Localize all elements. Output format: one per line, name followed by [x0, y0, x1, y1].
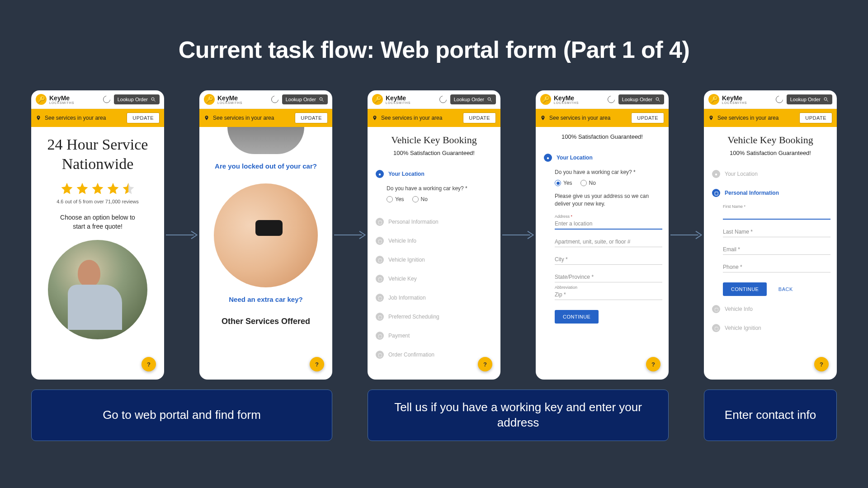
logo-sub: LOCKSMITHS — [386, 101, 411, 104]
dark-mode-icon[interactable] — [776, 96, 783, 103]
lookup-order-button[interactable]: Lookup Order — [282, 94, 328, 104]
lookup-label: Lookup Order — [118, 97, 148, 102]
field-placeholder: Enter a location — [555, 221, 592, 227]
radio-no[interactable]: No — [580, 180, 596, 186]
update-button[interactable]: UPDATE — [463, 113, 496, 123]
dark-mode-icon[interactable] — [608, 96, 615, 103]
search-icon — [655, 97, 660, 102]
step-vehicle-info[interactable]: ▢Vehicle Info — [374, 231, 494, 250]
dark-mode-icon[interactable] — [271, 96, 278, 103]
continue-button[interactable]: CONTINUE — [555, 310, 599, 324]
logo-sub: LOCKSMITHS — [554, 101, 579, 104]
app-header: 🔑KeyMeLOCKSMITHS Lookup Order — [368, 90, 500, 109]
logo: 🔑KeyMeLOCKSMITHS — [372, 94, 411, 105]
step-vehicle-info[interactable]: ▢Vehicle Info — [710, 300, 830, 319]
field-label-inline: City * — [555, 256, 568, 263]
banner-text: See services in your area — [213, 115, 274, 121]
step-label: Order Confirmation — [388, 352, 434, 358]
update-button[interactable]: UPDATE — [127, 113, 160, 123]
update-button[interactable]: UPDATE — [295, 113, 328, 123]
first-name-field[interactable]: First Name * — [723, 204, 830, 220]
banner-text: See services in your area — [45, 115, 106, 121]
update-button[interactable]: UPDATE — [631, 113, 664, 123]
lookup-order-button[interactable]: Lookup Order — [618, 94, 664, 104]
step-vehicle-ignition[interactable]: ▢Vehicle Ignition — [374, 250, 494, 269]
logo: 🔑 KeyMe LOCKSMITHS — [36, 94, 75, 105]
help-fab[interactable]: ? — [310, 357, 324, 371]
field-label-inline: State/Province * — [555, 274, 594, 280]
lookup-label: Lookup Order — [454, 97, 484, 102]
address-field[interactable]: Address Enter a location — [555, 214, 662, 230]
step-your-location[interactable]: ●Your Location — [374, 164, 494, 183]
apt-field[interactable]: Apartment, unit, suite, or floor # — [555, 232, 662, 247]
step-personal-info[interactable]: ▢Personal Information — [374, 212, 494, 231]
step-payment[interactable]: ▢Payment — [374, 326, 494, 345]
banner-text: See services in your area — [717, 115, 778, 121]
car-key-image[interactable] — [214, 183, 318, 287]
state-field[interactable]: State/Province * — [555, 267, 662, 282]
step-confirmation[interactable]: ▢Order Confirmation — [374, 345, 494, 364]
form-subtitle: 100% Satisfaction Guaranteed! — [536, 133, 669, 140]
field-label-inline: Zip * — [555, 291, 566, 298]
step-your-location[interactable]: ●Your Location — [710, 164, 830, 183]
last-name-field[interactable]: Last Name * — [723, 222, 830, 237]
star-icon — [60, 182, 74, 195]
slide-title: Current task flow: Web portal form (Part… — [0, 0, 868, 90]
radio-yes[interactable]: Yes — [387, 196, 404, 202]
logo-icon: 🔑 — [540, 94, 551, 105]
email-field[interactable]: Email * — [723, 240, 830, 255]
step-label: Payment — [388, 333, 410, 339]
help-fab[interactable]: ? — [646, 357, 660, 371]
dark-mode-icon[interactable] — [103, 96, 110, 103]
form-subtitle: 100% Satisfaction Guaranteed! — [368, 150, 500, 156]
help-fab[interactable]: ? — [478, 357, 492, 371]
prompt-extra-key[interactable]: Need an extra car key? — [204, 296, 328, 303]
zip-field[interactable]: Abbreviation Zip * — [555, 285, 662, 300]
form-title: Vehicle Key Booking — [368, 134, 500, 146]
step-vehicle-key[interactable]: ▢Vehicle Key — [374, 269, 494, 288]
phone-field[interactable]: Phone * — [723, 258, 830, 272]
help-fab[interactable]: ? — [814, 357, 829, 371]
step-icon: ● — [712, 170, 720, 178]
rating-text: 4.6 out of 5 from over 71,000 reviews — [40, 199, 155, 204]
location-pin-icon — [372, 114, 377, 122]
logo: 🔑KeyMeLOCKSMITHS — [708, 94, 747, 105]
caption-2: Tell us if you have a working key and en… — [368, 389, 669, 441]
question-working-key: Do you have a working car key? * — [555, 169, 662, 175]
city-field[interactable]: City * — [555, 250, 662, 265]
logo-text: KeyMe — [386, 95, 411, 101]
step-personal-info[interactable]: ▢Personal Information — [710, 183, 830, 202]
lookup-order-button[interactable]: Lookup Order — [114, 94, 160, 104]
help-fab[interactable]: ? — [142, 357, 156, 371]
continue-button[interactable]: CONTINUE — [723, 282, 767, 296]
step-icon: ▢ — [376, 294, 384, 302]
lookup-order-button[interactable]: Lookup Order — [450, 94, 496, 104]
banner-text: See services in your area — [549, 115, 610, 121]
field-label: Address — [555, 214, 572, 219]
radio-yes[interactable]: Yes — [555, 180, 572, 186]
area-banner: See services in your area UPDATE — [31, 109, 164, 127]
search-icon — [151, 97, 156, 102]
phone-screen-5: 🔑KeyMeLOCKSMITHSLookup Order See service… — [704, 90, 837, 380]
radio-icon — [387, 196, 393, 202]
step-icon: ▢ — [376, 351, 384, 359]
radio-label: Yes — [563, 180, 572, 186]
step-icon: ▢ — [376, 313, 384, 321]
logo-icon: 🔑 — [36, 94, 47, 105]
dark-mode-icon[interactable] — [439, 96, 447, 103]
step-job-info[interactable]: ▢Job Information — [374, 288, 494, 307]
form-subtitle: 100% Satisfaction Guaranteed! — [704, 150, 837, 156]
prompt-locked-out[interactable]: Are you locked out of your car? — [204, 162, 328, 170]
app-header: 🔑KeyMeLOCKSMITHSLookup Order — [704, 90, 837, 109]
lookup-order-button[interactable]: Lookup Order — [787, 94, 832, 104]
back-button[interactable]: BACK — [772, 282, 799, 296]
update-button[interactable]: UPDATE — [799, 113, 832, 123]
step-label: Personal Information — [388, 219, 439, 225]
step-scheduling[interactable]: ▢Preferred Scheduling — [374, 307, 494, 326]
step-your-location[interactable]: ●Your Location — [542, 148, 662, 167]
app-header: 🔑 KeyMeLOCKSMITHS Lookup Order — [199, 90, 332, 109]
step-vehicle-ignition[interactable]: ▢Vehicle Ignition — [710, 319, 830, 338]
flow-arrow — [164, 221, 199, 249]
star-half-icon — [122, 182, 135, 195]
radio-no[interactable]: No — [412, 196, 428, 202]
